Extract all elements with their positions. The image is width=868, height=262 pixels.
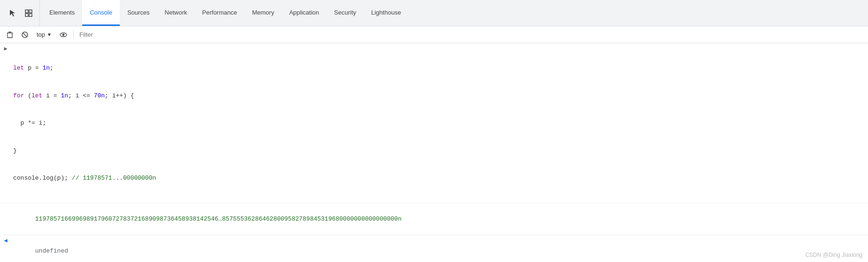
number-gutter [0,205,11,206]
tab-application[interactable]: Application [282,0,327,26]
console-area: ▶ let p = 1n; for (let i = 1n; i <= 70n;… [0,43,868,262]
console-undefined-entry: ◀ undefined [0,235,868,262]
tab-bar: Elements Console Sources Network Perform… [0,0,868,26]
tab-elements[interactable]: Elements [42,0,82,26]
svg-rect-1 [29,10,32,13]
svg-line-5 [23,32,27,37]
top-context-dropdown[interactable]: top ▼ [34,30,54,39]
tab-sources[interactable]: Sources [120,0,157,26]
toolbar-separator [73,30,74,40]
console-big-number: 1197857166996989179607278372168909873645… [11,205,868,234]
tab-security[interactable]: Security [326,0,364,26]
tab-performance[interactable]: Performance [194,0,244,26]
tab-console[interactable]: Console [82,0,120,26]
tab-network[interactable]: Network [157,0,195,26]
tab-memory[interactable]: Memory [245,0,282,26]
code-line-2: for (let i = 1n; i <= 70n; i++) { [13,91,866,101]
console-toolbar: top ▼ [0,26,868,43]
devtools-icons [2,0,40,26]
console-code-entry: ▶ let p = 1n; for (let i = 1n; i <= 70n;… [0,43,868,204]
svg-rect-2 [25,14,28,16]
svg-point-7 [62,33,64,35]
eye-icon[interactable] [57,29,70,41]
clear-console-button[interactable] [4,29,16,41]
tab-lighthouse[interactable]: Lighthouse [364,0,409,26]
code-line-5: console.log(p); // 11978571...00000000n [13,174,866,183]
svg-rect-0 [25,10,28,13]
console-undefined: undefined [11,236,868,262]
stop-icon[interactable] [19,29,31,41]
code-line-1: let p = 1n; [13,64,866,73]
inspect-icon[interactable] [22,6,36,20]
code-line-4: } [13,146,866,156]
console-code-content: let p = 1n; for (let i = 1n; i <= 70n; i… [11,44,868,202]
undefined-arrow: ◀ [0,236,11,244]
console-number-entry: 1197857166996989179607278372168909873645… [0,204,868,236]
cursor-icon[interactable] [6,6,20,20]
filter-input[interactable] [78,30,864,39]
watermark: CSDN @Ding Jiaxiong [805,252,862,258]
input-arrow: ▶ [0,44,11,52]
svg-rect-3 [29,14,32,16]
code-line-3: p *= i; [13,119,866,128]
